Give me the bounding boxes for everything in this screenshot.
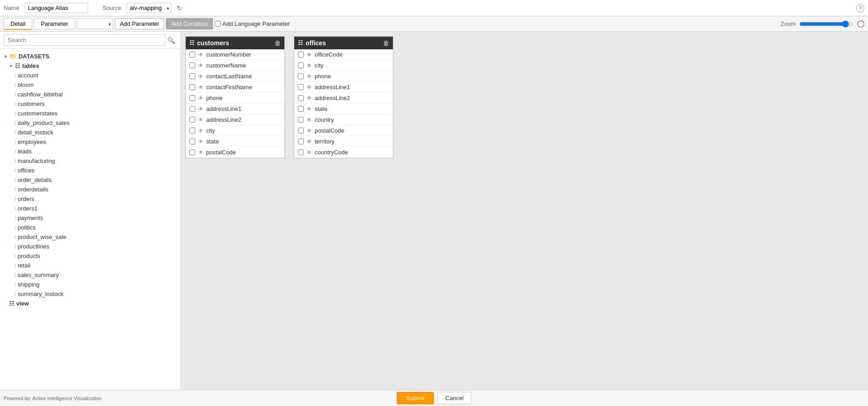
add-language-parameter-checkbox[interactable]: [215, 21, 221, 27]
tree-item-account[interactable]: 〉 account: [0, 71, 180, 80]
field-checkbox-contactFirstName[interactable]: [189, 84, 195, 90]
eye-icon: 👁: [198, 62, 203, 69]
tree-item-leads[interactable]: 〉 leads: [0, 147, 180, 156]
zoom-slider[interactable]: [799, 20, 854, 28]
tree-item-products[interactable]: 〉 products: [0, 251, 180, 261]
field-row[interactable]: 👁 addressLine2: [186, 115, 284, 125]
field-row[interactable]: 👁 phone: [186, 93, 284, 104]
field-row[interactable]: 👁 state: [294, 104, 393, 115]
field-checkbox-countryCode[interactable]: [298, 149, 304, 155]
tree-group-datasets[interactable]: ▼ 📁 DATASETS: [0, 52, 180, 61]
tree-group-view[interactable]: ☷ view: [0, 299, 180, 308]
field-row[interactable]: 👁 territory: [294, 136, 393, 147]
field-row[interactable]: 👁 postalCode: [294, 125, 393, 136]
tree-item-payments[interactable]: 〉 payments: [0, 213, 180, 223]
customers-delete-icon[interactable]: 🗑: [274, 39, 281, 47]
tree-item-employees[interactable]: 〉 employees: [0, 137, 180, 147]
field-checkbox-addressLine2[interactable]: [189, 117, 195, 123]
tree-item-shipping[interactable]: 〉 shipping: [0, 280, 180, 289]
tab-extra-select[interactable]: [77, 19, 113, 29]
field-checkbox-contactLastName[interactable]: [189, 73, 195, 79]
field-row[interactable]: 👁 addressLine2: [294, 93, 393, 104]
field-row[interactable]: 👁 officeCode: [294, 49, 393, 60]
submit-button[interactable]: Submit: [397, 392, 434, 404]
tree-item-politics[interactable]: 〉 politics: [0, 223, 180, 232]
field-checkbox-customerNumber[interactable]: [189, 52, 195, 57]
field-row[interactable]: 👁 contactLastName: [186, 71, 284, 82]
tab-dropdown-wrap: [77, 19, 113, 29]
eye-icon: 👁: [198, 149, 203, 156]
field-checkbox-addressLine1[interactable]: [298, 84, 304, 90]
field-row[interactable]: 👁 countryCode: [294, 147, 393, 158]
chevron-icon: 〉: [14, 168, 16, 173]
field-row[interactable]: 👁 city: [294, 60, 393, 71]
tree-item-bloom[interactable]: 〉 bloom: [0, 80, 180, 90]
tree-item-sales-summary[interactable]: 〉 sales_summary: [0, 270, 180, 280]
tree-item-order-details[interactable]: 〉 order_details: [0, 175, 180, 185]
tree-item-offices[interactable]: 〉 offices: [0, 166, 180, 175]
field-checkbox-state[interactable]: [189, 139, 195, 144]
name-input[interactable]: [25, 3, 88, 13]
field-checkbox-officeCode[interactable]: [298, 52, 304, 57]
field-checkbox-postalCode[interactable]: [189, 149, 195, 155]
field-checkbox-addressLine2[interactable]: [298, 95, 304, 101]
tree-item-manufacturing[interactable]: 〉 manufacturing: [0, 156, 180, 166]
field-row[interactable]: 👁 customerNumber: [186, 49, 284, 60]
tab-detail[interactable]: Detail: [4, 18, 32, 30]
help-icon[interactable]: ?: [856, 4, 864, 12]
field-checkbox-addressLine1[interactable]: [189, 106, 195, 112]
tree-item-orders1[interactable]: 〉 orders1: [0, 204, 180, 213]
tree-label-bloom: bloom: [18, 81, 33, 88]
eye-icon: 👁: [198, 73, 203, 80]
field-checkbox-phone[interactable]: [298, 73, 304, 79]
tree-label-payments: payments: [18, 215, 43, 221]
tree-group-tables[interactable]: ▼ ☷ tables: [0, 61, 180, 71]
field-row[interactable]: 👁 country: [294, 115, 393, 125]
field-checkbox-phone[interactable]: [189, 95, 195, 101]
field-checkbox-city[interactable]: [189, 128, 195, 134]
field-row[interactable]: 👁 phone: [294, 71, 393, 82]
tree-item-summary-instock[interactable]: 〉 summary_instock: [0, 289, 180, 299]
chevron-icon: 〉: [14, 215, 16, 220]
field-row[interactable]: 👁 contactFirstName: [186, 82, 284, 93]
field-row[interactable]: 👁 postalCode: [186, 147, 284, 158]
tree-item-productlines[interactable]: 〉 productlines: [0, 242, 180, 251]
tree-item-customerstates[interactable]: 〉 customerstates: [0, 109, 180, 118]
refresh-icon[interactable]: ↻: [177, 5, 182, 12]
field-checkbox-territory[interactable]: [298, 139, 304, 144]
tree-item-orderdetails[interactable]: 〉 orderdetails: [0, 185, 180, 194]
search-input[interactable]: [4, 34, 165, 46]
offices-delete-icon[interactable]: 🗑: [383, 39, 389, 47]
field-checkbox-customerName[interactable]: [189, 62, 195, 68]
tree-label-daily-product-sales: daily_product_sales: [18, 119, 70, 126]
tree-item-customers[interactable]: 〉 customers: [0, 99, 180, 109]
tree-item-orders[interactable]: 〉 orders: [0, 194, 180, 204]
tree-item-product-wise-sale[interactable]: 〉 product_wise_sale: [0, 232, 180, 242]
tab-parameter[interactable]: Parameter: [34, 18, 75, 29]
field-row[interactable]: 👁 customerName: [186, 60, 284, 71]
source-select[interactable]: aiv-mapping other: [127, 3, 171, 13]
add-language-parameter-label[interactable]: Add Language Parameter: [215, 20, 290, 27]
cancel-button[interactable]: Cancel: [438, 392, 471, 404]
field-checkbox-state[interactable]: [298, 106, 304, 112]
field-checkbox-city[interactable]: [298, 62, 304, 68]
field-row[interactable]: 👁 city: [186, 125, 284, 136]
field-checkbox-postalCode[interactable]: [298, 128, 304, 134]
field-name-addressLine2: addressLine2: [315, 95, 350, 101]
tree-item-cashflow-bibirbal[interactable]: 〉 cashflow_bibirbal: [0, 90, 180, 99]
field-row[interactable]: 👁 addressLine1: [294, 82, 393, 93]
field-name-territory: territory: [315, 138, 335, 145]
tree-item-detail-instock[interactable]: 〉 detail_instock: [0, 128, 180, 137]
field-checkbox-country[interactable]: [298, 117, 304, 123]
tree-item-daily-product-sales[interactable]: 〉 daily_product_sales: [0, 118, 180, 128]
field-row[interactable]: 👁 state: [186, 136, 284, 147]
add-parameter-button[interactable]: Add Parameter: [115, 18, 164, 29]
tree-label-sales-summary: sales_summary: [18, 272, 59, 278]
field-row[interactable]: 👁 addressLine1: [186, 104, 284, 115]
tree-label-leads: leads: [18, 148, 32, 155]
offices-table-body: 👁 officeCode 👁 city 👁 phone 👁 addressLi: [294, 49, 393, 158]
add-condition-button[interactable]: Add Condition: [166, 18, 213, 29]
tree-item-retail[interactable]: 〉 retail: [0, 261, 180, 270]
search-icon-button[interactable]: 🔍: [165, 35, 177, 46]
tree-label-detail-instock: detail_instock: [18, 129, 53, 136]
